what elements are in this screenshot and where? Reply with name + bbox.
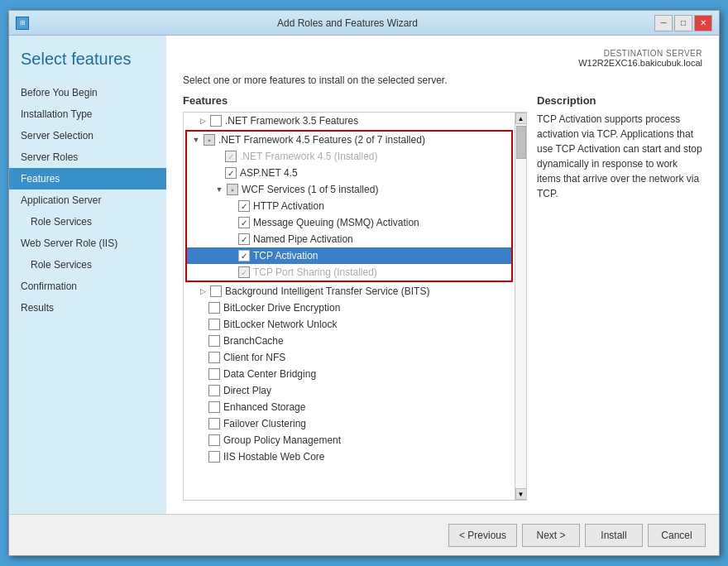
label-bitlocker: BitLocker Drive Encryption (223, 302, 511, 314)
dest-server-name: W12R2EXC16.bakicubuk.local (183, 58, 702, 68)
sidebar-item-role-services-2[interactable]: Role Services (9, 254, 166, 276)
tree-item-bitlocker[interactable]: BitLocker Drive Encryption (184, 300, 515, 316)
sidebar-item-confirmation[interactable]: Confirmation (9, 276, 166, 297)
expander-http[interactable] (227, 200, 238, 212)
cb-bitlocker[interactable] (208, 302, 220, 314)
tree-item-enhancedstorage[interactable]: Enhanced Storage (184, 399, 515, 415)
expander-tcp[interactable] (227, 250, 238, 261)
expander-namedpipe[interactable] (227, 233, 238, 245)
tree-item-tcp[interactable]: ✓ TCP Activation (187, 247, 511, 264)
cb-iishostable[interactable] (208, 451, 220, 463)
cb-grouppolicy[interactable] (208, 434, 220, 446)
cb-datacenter[interactable] (208, 368, 220, 380)
sidebar-item-server-roles[interactable]: Server Roles (9, 146, 166, 168)
scroll-down-arrow[interactable]: ▼ (515, 488, 527, 500)
cb-msmq[interactable]: ✓ (238, 217, 250, 228)
sidebar-item-server-selection[interactable]: Server Selection (9, 125, 166, 146)
expander-enhancedstorage[interactable] (197, 401, 208, 413)
tree-item-aspnet45[interactable]: ✓ ASP.NET 4.5 (187, 165, 511, 181)
label-tcpport: TCP Port Sharing (Installed) (253, 266, 508, 278)
cb-net45[interactable]: ▪ (204, 134, 215, 146)
minimize-button[interactable]: ─ (654, 15, 673, 31)
tree-item-bits[interactable]: ▷ Background Intelligent Transfer Servic… (184, 283, 515, 300)
expander-net35[interactable]: ▷ (197, 115, 208, 127)
destination-server-info: DESTINATION SERVER W12R2EXC16.bakicubuk.… (183, 49, 702, 68)
tree-item-branchcache[interactable]: BranchCache (184, 333, 515, 349)
expander-net45base[interactable] (213, 151, 225, 162)
cb-net45base[interactable]: ✓ (225, 151, 237, 162)
cb-wcf[interactable]: ▪ (227, 184, 238, 195)
label-nfs: Client for NFS (223, 352, 511, 363)
tree-item-http[interactable]: ✓ HTTP Activation (187, 198, 511, 214)
cb-net35[interactable] (210, 115, 222, 127)
cb-bits[interactable] (210, 285, 222, 297)
label-tcp: TCP Activation (253, 250, 508, 261)
tree-item-net35[interactable]: ▷ .NET Framework 3.5 Features (184, 113, 515, 129)
expander-aspnet45[interactable] (213, 167, 225, 179)
tree-item-bitlockerunlock[interactable]: BitLocker Network Unlock (184, 316, 515, 333)
tree-item-grouppolicy[interactable]: Group Policy Management (184, 432, 515, 448)
sidebar-item-application-server[interactable]: Application Server (9, 189, 166, 211)
sidebar-item-results[interactable]: Results (9, 297, 166, 319)
scroll-thumb[interactable] (516, 126, 526, 159)
sidebar-item-features[interactable]: Features (9, 168, 166, 189)
tree-item-datacenter[interactable]: Data Center Bridging (184, 366, 515, 382)
label-directplay: Direct Play (223, 385, 511, 396)
cb-failover[interactable] (208, 418, 220, 429)
expander-datacenter[interactable] (197, 368, 208, 380)
window-icon: ⊞ (16, 17, 29, 30)
footer-bar: < Previous Next > Install Cancel (9, 514, 719, 555)
sidebar-item-web-server-role[interactable]: Web Server Role (IIS) (9, 233, 166, 254)
expander-net45[interactable]: ▼ (190, 134, 202, 146)
tree-item-net45[interactable]: ▼ ▪ .NET Framework 4.5 Features (2 of 7 … (187, 132, 511, 148)
cb-aspnet45[interactable]: ✓ (225, 167, 237, 179)
tree-item-tcpport[interactable]: ✓ TCP Port Sharing (Installed) (187, 264, 511, 281)
label-wcf: WCF Services (1 of 5 installed) (242, 184, 508, 195)
cb-bitlockerunlock[interactable] (208, 319, 220, 330)
previous-button[interactable]: < Previous (448, 524, 517, 547)
expander-wcf[interactable]: ▼ (213, 184, 225, 195)
label-aspnet45: ASP.NET 4.5 (240, 167, 508, 179)
expander-bitlockerunlock[interactable] (197, 319, 208, 330)
scroll-up-arrow[interactable]: ▲ (515, 113, 527, 124)
sidebar-item-before-you-begin[interactable]: Before You Begin (9, 82, 166, 103)
cb-namedpipe[interactable]: ✓ (238, 233, 250, 245)
cb-http[interactable]: ✓ (238, 200, 250, 212)
cancel-button[interactable]: Cancel (648, 524, 706, 547)
cb-tcpport[interactable]: ✓ (238, 266, 250, 278)
cb-directplay[interactable] (208, 385, 220, 396)
install-button[interactable]: Install (585, 524, 643, 547)
tree-item-msmq[interactable]: ✓ Message Queuing (MSMQ) Activation (187, 214, 511, 231)
expander-directplay[interactable] (197, 385, 208, 396)
expander-bitlocker[interactable] (197, 302, 208, 314)
expander-nfs[interactable] (197, 352, 208, 363)
expander-failover[interactable] (197, 418, 208, 429)
main-panel: DESTINATION SERVER W12R2EXC16.bakicubuk.… (166, 36, 719, 514)
label-net45: .NET Framework 4.5 Features (2 of 7 inst… (218, 134, 508, 146)
expander-grouppolicy[interactable] (197, 434, 208, 446)
restore-button[interactable]: □ (674, 15, 692, 31)
tree-item-wcf[interactable]: ▼ ▪ WCF Services (1 of 5 installed) (187, 181, 511, 198)
cb-enhancedstorage[interactable] (208, 401, 220, 413)
sidebar: Select features Before You Begin Install… (9, 36, 166, 514)
label-net35: .NET Framework 3.5 Features (225, 115, 511, 127)
next-button[interactable]: Next > (522, 524, 580, 547)
cb-nfs[interactable] (208, 352, 220, 363)
tree-item-directplay[interactable]: Direct Play (184, 382, 515, 399)
tree-item-failover[interactable]: Failover Clustering (184, 415, 515, 432)
tree-item-iishostable[interactable]: IIS Hostable Web Core (184, 448, 515, 465)
expander-bits[interactable]: ▷ (197, 285, 208, 297)
expander-msmq[interactable] (227, 217, 238, 228)
cb-branchcache[interactable] (208, 335, 220, 347)
tree-item-namedpipe[interactable]: ✓ Named Pipe Activation (187, 231, 511, 247)
sidebar-item-role-services-1[interactable]: Role Services (9, 211, 166, 233)
expander-tcpport[interactable] (227, 266, 238, 278)
tree-item-net45base[interactable]: ✓ .NET Framework 4.5 (Installed) (187, 148, 511, 165)
close-button[interactable]: ✕ (694, 15, 712, 31)
scrollbar[interactable]: ▲ ▼ (515, 113, 526, 500)
expander-iishostable[interactable] (197, 451, 208, 463)
sidebar-item-installation-type[interactable]: Installation Type (9, 103, 166, 125)
tree-item-nfs[interactable]: Client for NFS (184, 349, 515, 366)
cb-tcp[interactable]: ✓ (238, 250, 250, 261)
expander-branchcache[interactable] (197, 335, 208, 347)
